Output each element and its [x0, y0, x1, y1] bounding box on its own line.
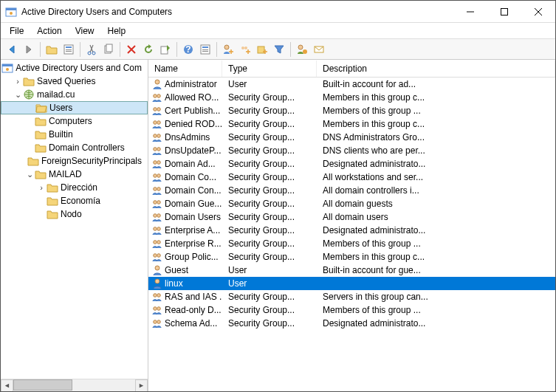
cell-name: Allowed RO... — [165, 92, 219, 103]
list-row[interactable]: AdministratorUserBuilt-in account for ad… — [148, 78, 555, 91]
cell-type: Security Group... — [222, 106, 317, 116]
menu-view[interactable]: View — [69, 24, 100, 38]
list-row[interactable]: DnsUpdateP...Security Group...DNS client… — [148, 144, 555, 157]
back-button[interactable] — [4, 41, 20, 58]
list-row[interactable]: RAS and IAS ...Security Group...Servers … — [148, 290, 555, 303]
tree-twisty[interactable]: › — [36, 183, 47, 192]
tree-users[interactable]: Users — [1, 101, 148, 114]
cell-description: All domain guests — [317, 199, 555, 209]
cell-name: Administrator — [165, 79, 217, 89]
list-row[interactable]: GuestUserBuilt-in account for gue... — [148, 264, 555, 277]
tree-label: Economía — [61, 196, 100, 206]
new-user-button[interactable] — [220, 41, 236, 58]
cell-type: Security Group... — [222, 212, 317, 222]
new-group-button[interactable] — [237, 41, 253, 58]
tree-nodo[interactable]: Nodo — [1, 207, 148, 221]
cell-description: Servers in this group can... — [317, 292, 555, 302]
mail-button[interactable] — [311, 41, 327, 58]
delete-button[interactable] — [123, 41, 140, 58]
tree-label: MAILAD — [49, 169, 82, 179]
list-row[interactable]: Enterprise A...Security Group...Designat… — [148, 224, 555, 237]
list-row[interactable]: Domain Gue...Security Group...All domain… — [148, 197, 555, 210]
tree-hscrollbar[interactable]: ◄ ► — [1, 379, 148, 391]
maximize-button[interactable] — [487, 1, 521, 23]
list-row[interactable]: Schema Ad...Security Group...Designated … — [148, 317, 555, 330]
menu-file[interactable]: File — [4, 24, 30, 38]
forward-button[interactable] — [21, 41, 37, 58]
cell-name: Domain Users — [165, 212, 221, 222]
tree-fsp[interactable]: ForeignSecurityPrincipals — [1, 154, 148, 168]
group-icon — [151, 211, 163, 223]
refresh-button[interactable] — [140, 41, 157, 58]
help-button[interactable] — [180, 41, 196, 58]
tree-computers[interactable]: Computers — [1, 114, 148, 128]
folder-icon — [47, 195, 58, 207]
list-row[interactable]: Cert Publish...Security Group...Members … — [148, 104, 555, 117]
cell-description: Designated administrato... — [317, 318, 555, 329]
scroll-left-button[interactable]: ◄ — [1, 379, 13, 392]
tree-builtin[interactable]: Builtin — [1, 128, 148, 141]
tree-root[interactable]: Active Directory Users and Com — [1, 61, 148, 75]
properties-button[interactable] — [61, 41, 77, 58]
up-button[interactable] — [44, 41, 60, 58]
folder-icon — [35, 128, 47, 140]
column-header-description[interactable]: Description — [317, 61, 555, 77]
menu-help[interactable]: Help — [102, 24, 132, 38]
list-row[interactable]: Domain Ad...Security Group...Designated … — [148, 157, 555, 171]
cell-description: DNS clients who are per... — [317, 145, 555, 156]
tree-twisty[interactable]: ⌄ — [24, 170, 35, 179]
column-header-name[interactable]: Name — [148, 61, 222, 77]
list-row[interactable]: Domain Con...Security Group...All domain… — [148, 184, 555, 197]
copy-button[interactable] — [100, 41, 117, 58]
list-row[interactable]: Domain Co...Security Group...All worksta… — [148, 171, 555, 184]
group-icon — [151, 92, 163, 103]
group-icon — [151, 158, 163, 170]
cell-description: Members of this group ... — [317, 106, 555, 116]
list-row[interactable]: Domain UsersSecurity Group...All domain … — [148, 210, 555, 224]
list-row[interactable]: Read-only D...Security Group...Members o… — [148, 303, 555, 317]
cell-type: Security Group... — [222, 132, 317, 142]
tree-mailad[interactable]: ⌄MAILAD — [1, 168, 148, 181]
group-icon — [151, 317, 163, 329]
tree-saved-queries[interactable]: ›Saved Queries — [1, 75, 148, 88]
column-header-type[interactable]: Type — [222, 61, 317, 77]
folder-icon — [23, 75, 35, 87]
menu-action[interactable]: Action — [31, 24, 67, 38]
cell-description: Designated administrato... — [317, 159, 555, 169]
filter-button[interactable] — [271, 41, 287, 58]
new-ou-button[interactable] — [254, 41, 270, 58]
cell-type: Security Group... — [222, 185, 317, 196]
tree-domain-controllers[interactable]: Domain Controllers — [1, 141, 148, 154]
cut-button[interactable] — [83, 41, 100, 58]
scroll-right-button[interactable]: ► — [135, 379, 148, 392]
find-button[interactable] — [197, 41, 213, 58]
cell-type: Security Group... — [222, 145, 317, 156]
group-icon — [151, 304, 163, 316]
tree-twisty[interactable]: ⌄ — [13, 90, 23, 100]
tree-domain[interactable]: ⌄mailad.cu — [1, 88, 148, 101]
minimize-button[interactable] — [453, 1, 487, 23]
list-row[interactable]: linuxUser — [148, 277, 555, 290]
list-row[interactable]: DnsAdminsSecurity Group...DNS Administra… — [148, 131, 555, 144]
svg-rect-26 — [501, 8, 508, 15]
cell-name: DnsUpdateP... — [165, 145, 222, 156]
cell-type: Security Group... — [222, 119, 317, 129]
tree-label: mailad.cu — [37, 89, 75, 100]
close-button[interactable] — [521, 1, 555, 23]
tree-pane: Active Directory Users and Com›Saved Que… — [1, 60, 148, 391]
list-row[interactable]: Denied ROD...Security Group...Members in… — [148, 117, 555, 131]
folder-open-icon — [35, 102, 47, 114]
list-row[interactable]: Enterprise R...Security Group...Members … — [148, 237, 555, 250]
scroll-thumb[interactable] — [13, 379, 72, 391]
tree-direccion[interactable]: ›Dirección — [1, 181, 148, 194]
add-to-group-button[interactable] — [294, 41, 310, 58]
tree-twisty[interactable]: › — [13, 77, 23, 86]
export-button[interactable] — [157, 41, 174, 58]
tree-label: ForeignSecurityPrincipals — [41, 156, 142, 166]
list-row[interactable]: Allowed RO...Security Group...Members in… — [148, 91, 555, 104]
cell-description: Designated administrato... — [317, 225, 555, 235]
cell-description: DNS Administrators Gro... — [317, 132, 555, 142]
list-row[interactable]: Group Polic...Security Group...Members i… — [148, 250, 555, 264]
user-icon — [151, 78, 163, 90]
tree-economia[interactable]: Economía — [1, 194, 148, 207]
